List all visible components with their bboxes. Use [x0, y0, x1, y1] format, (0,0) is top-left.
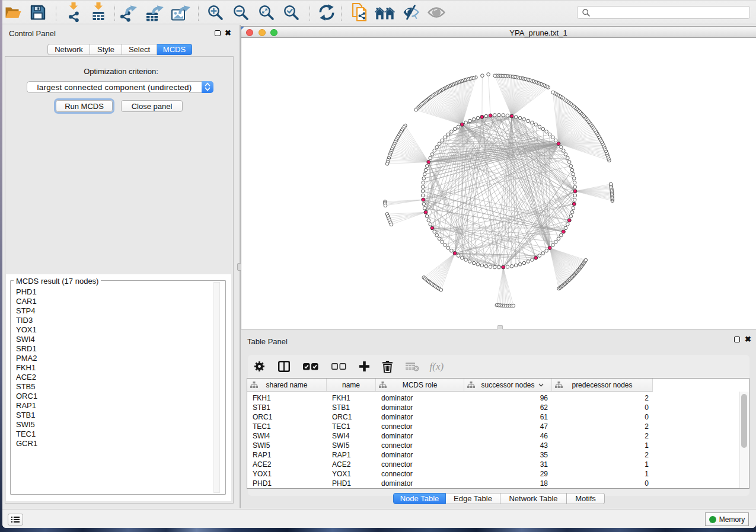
- task-history-button[interactable]: [8, 514, 23, 525]
- cell-shared-name[interactable]: YOX1: [247, 469, 327, 479]
- table-scrollbar-thumb[interactable]: [741, 394, 747, 448]
- mcds-node-item[interactable]: TID3: [12, 316, 216, 325]
- zoom-in-icon[interactable]: [208, 4, 224, 20]
- cell-name[interactable]: ORC1: [327, 412, 376, 422]
- mcds-node-item[interactable]: PHD1: [12, 287, 216, 297]
- table-row[interactable]: SWI5SWI5connector431: [247, 441, 740, 450]
- table-row[interactable]: RAP1RAP1dominator352: [247, 450, 740, 460]
- tab-network-table[interactable]: Network Table: [500, 493, 567, 504]
- cell-predecessor-nodes[interactable]: 1: [552, 460, 653, 469]
- mcds-node-item[interactable]: GCR1: [12, 439, 216, 448]
- mcds-node-item[interactable]: ORC1: [12, 392, 216, 401]
- cell-predecessor-nodes[interactable]: 0: [552, 412, 653, 422]
- window-zoom-button[interactable]: [270, 29, 277, 36]
- cell-MCDS-role[interactable]: dominator: [376, 403, 464, 412]
- cell-name[interactable]: FKH1: [327, 393, 376, 403]
- tab-style[interactable]: Style: [90, 44, 122, 55]
- delete-column-icon[interactable]: [382, 361, 393, 373]
- column-header-predecessor-nodes[interactable]: predecessor nodes: [552, 379, 653, 391]
- mcds-node-item[interactable]: SWI5: [12, 420, 216, 430]
- cell-MCDS-role[interactable]: dominator: [376, 479, 464, 488]
- cell-successor-nodes[interactable]: 62: [464, 403, 552, 412]
- cell-predecessor-nodes[interactable]: 1: [552, 469, 653, 479]
- cell-successor-nodes[interactable]: 47: [464, 422, 552, 431]
- copy-network-icon[interactable]: [351, 2, 369, 23]
- mcds-node-item[interactable]: STB5: [12, 382, 216, 392]
- cell-MCDS-role[interactable]: connector: [376, 441, 464, 450]
- cell-predecessor-nodes[interactable]: 1: [552, 441, 653, 450]
- hide-selected-icon[interactable]: [403, 4, 420, 21]
- column-header-name[interactable]: name: [327, 379, 376, 391]
- table-row[interactable]: ORC1ORC1dominator610: [247, 412, 740, 422]
- cell-shared-name[interactable]: STB1: [247, 403, 327, 412]
- table-panel-close-button[interactable]: ✖: [745, 336, 751, 342]
- criterion-dropdown[interactable]: largest connected component (undirected): [27, 81, 213, 93]
- zoom-fit-icon[interactable]: [259, 4, 275, 20]
- cell-MCDS-role[interactable]: connector: [376, 469, 464, 479]
- mcds-node-item[interactable]: ACE2: [12, 373, 216, 382]
- table-row[interactable]: YOX1YOX1connector291: [247, 469, 740, 479]
- mcds-node-item[interactable]: STB1: [12, 411, 216, 420]
- refresh-layout-icon[interactable]: [318, 4, 336, 21]
- tab-network[interactable]: Network: [47, 44, 90, 55]
- cell-successor-nodes[interactable]: 46: [464, 431, 552, 441]
- export-image-icon[interactable]: [171, 2, 191, 22]
- window-close-button[interactable]: [246, 29, 253, 36]
- cell-name[interactable]: SWI5: [327, 441, 376, 450]
- cell-successor-nodes[interactable]: 61: [464, 412, 552, 422]
- network-canvas[interactable]: [241, 38, 756, 329]
- column-header-successor-nodes[interactable]: successor nodes: [464, 379, 552, 391]
- cell-predecessor-nodes[interactable]: 0: [552, 479, 653, 488]
- cell-successor-nodes[interactable]: 31: [464, 460, 552, 469]
- cell-successor-nodes[interactable]: 18: [464, 479, 552, 488]
- cell-shared-name[interactable]: PHD1: [247, 479, 327, 488]
- cell-MCDS-role[interactable]: dominator: [376, 431, 464, 441]
- mcds-node-item[interactable]: YOX1: [12, 325, 216, 335]
- cell-name[interactable]: RAP1: [327, 450, 376, 460]
- mcds-node-item[interactable]: RAP1: [12, 401, 216, 411]
- tab-node-table[interactable]: Node Table: [393, 493, 446, 504]
- close-panel-button[interactable]: Close panel: [121, 100, 183, 112]
- cell-shared-name[interactable]: SWI4: [247, 431, 327, 441]
- table-row[interactable]: STB1STB1dominator620: [247, 403, 740, 412]
- cell-predecessor-nodes[interactable]: 2: [552, 450, 653, 460]
- mcds-node-item[interactable]: SRD1: [12, 344, 216, 354]
- gear-icon[interactable]: [254, 361, 265, 372]
- tab-edge-table[interactable]: Edge Table: [446, 493, 500, 504]
- table-row[interactable]: PHD1PHD1dominator180: [247, 479, 740, 488]
- mcds-result-list[interactable]: PHD1CAR1STP4TID3YOX1SWI4SRD1PMA2FKH1ACE2…: [12, 287, 216, 493]
- mcds-node-item[interactable]: PMA2: [12, 354, 216, 363]
- cell-successor-nodes[interactable]: 29: [464, 469, 552, 479]
- save-session-icon[interactable]: [30, 5, 46, 20]
- add-column-icon[interactable]: [359, 361, 369, 371]
- cell-predecessor-nodes[interactable]: 2: [552, 393, 653, 403]
- import-network-icon[interactable]: [65, 2, 82, 23]
- cell-MCDS-role[interactable]: connector: [376, 422, 464, 431]
- cell-shared-name[interactable]: ACE2: [247, 460, 327, 469]
- column-header-MCDS-role[interactable]: MCDS role: [376, 379, 464, 391]
- cell-shared-name[interactable]: RAP1: [247, 450, 327, 460]
- cell-MCDS-role[interactable]: dominator: [376, 393, 464, 403]
- cell-shared-name[interactable]: SWI5: [247, 441, 327, 450]
- mcds-node-item[interactable]: STP4: [12, 306, 216, 316]
- zoom-selected-icon[interactable]: [283, 4, 299, 20]
- table-row[interactable]: TEC1TEC1connector472: [247, 422, 740, 431]
- cell-MCDS-role[interactable]: connector: [376, 460, 464, 469]
- table-panel-float-button[interactable]: [734, 336, 740, 342]
- control-panel-float-button[interactable]: [215, 30, 221, 36]
- cell-name[interactable]: PHD1: [327, 479, 376, 488]
- tab-motifs[interactable]: Motifs: [567, 493, 605, 504]
- cell-predecessor-nodes[interactable]: 2: [552, 431, 653, 441]
- cell-name[interactable]: TEC1: [327, 422, 376, 431]
- window-minimize-button[interactable]: [259, 29, 266, 36]
- control-panel-close-button[interactable]: ✖: [225, 30, 231, 36]
- memory-button[interactable]: Memory: [705, 512, 749, 526]
- select-all-icon[interactable]: [303, 363, 318, 370]
- mcds-node-item[interactable]: TEC1: [12, 430, 216, 439]
- search-input[interactable]: [577, 6, 750, 19]
- cell-shared-name[interactable]: FKH1: [247, 393, 327, 403]
- cell-MCDS-role[interactable]: dominator: [376, 450, 464, 460]
- zoom-out-icon[interactable]: [233, 4, 249, 20]
- mcds-list-scrollbar[interactable]: [213, 282, 220, 493]
- cell-name[interactable]: STB1: [327, 403, 376, 412]
